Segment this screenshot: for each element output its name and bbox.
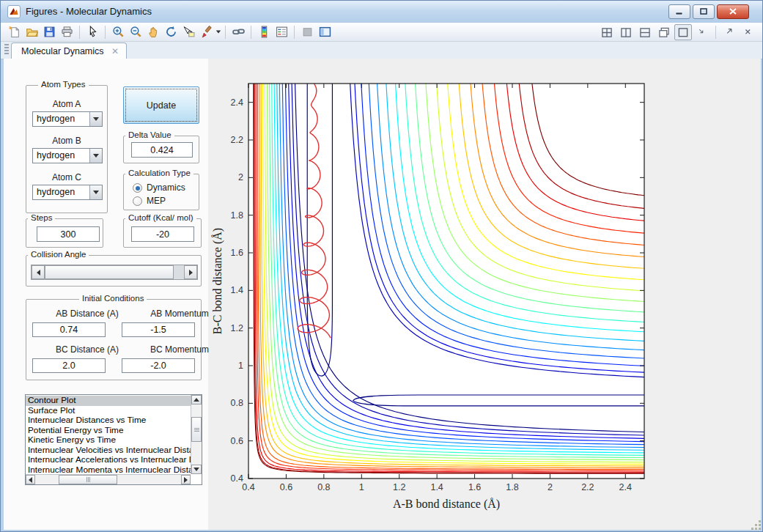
radio-mep[interactable] xyxy=(133,196,142,206)
save-figure-icon[interactable] xyxy=(41,24,57,40)
bc-distance-field[interactable] xyxy=(32,358,106,373)
combobox-dropdown-button[interactable] xyxy=(89,149,102,163)
y-tick-label: 1 xyxy=(238,361,243,371)
content-area: 0.40.40.60.60.80.8111.21.21.41.41.61.61.… xyxy=(4,59,761,530)
list-item[interactable]: Potential Energy vs Time xyxy=(26,426,191,436)
print-figure-icon[interactable] xyxy=(59,24,75,40)
grid-layout-icon[interactable] xyxy=(598,24,616,40)
undock-icon[interactable] xyxy=(720,24,738,40)
new-document-icon[interactable] xyxy=(6,24,22,40)
initial-conditions-label: Initial Conditions xyxy=(79,294,147,303)
list-item[interactable]: Internuclear Distances vs Time xyxy=(26,415,191,426)
restore-button[interactable] xyxy=(693,4,715,19)
steps-field[interactable] xyxy=(37,226,100,242)
y-tick-label: 1.4 xyxy=(231,285,243,295)
zoom-in-icon[interactable] xyxy=(110,24,126,40)
brush-dropdown-icon[interactable] xyxy=(215,24,221,40)
list-item[interactable]: Surface Plot xyxy=(26,406,191,416)
insert-legend-icon[interactable] xyxy=(273,24,290,40)
initial-conditions-group: Initial Conditions AB Distance (A)AB Mom… xyxy=(26,299,202,380)
plottools-on-icon[interactable] xyxy=(317,24,333,40)
y-tick-label: 1.8 xyxy=(231,210,243,221)
atom-b-combobox[interactable]: hydrogen xyxy=(32,148,103,163)
single-window-icon[interactable] xyxy=(674,24,692,40)
y-tick-label: 1.6 xyxy=(231,248,243,258)
split-vertical-icon[interactable] xyxy=(617,24,635,40)
plottools-off-icon[interactable] xyxy=(299,24,315,40)
atom-c-combobox[interactable]: hydrogen xyxy=(32,185,103,200)
atom-types-group: Atom Types Atom AhydrogenAtom BhydrogenA… xyxy=(26,85,108,213)
x-tick-label: 2.2 xyxy=(581,482,594,492)
update-button[interactable]: Update xyxy=(123,86,199,124)
tab-grip-handle[interactable] xyxy=(4,44,9,56)
pointer-icon[interactable] xyxy=(84,24,100,40)
scroll-left-button[interactable] xyxy=(26,475,35,484)
list-item[interactable]: Kinetic Energy vs Time xyxy=(26,435,191,446)
list-horizontal-scrollbar[interactable] xyxy=(26,474,191,484)
rotate-3d-icon[interactable] xyxy=(163,24,179,40)
list-item[interactable]: Internuclear Accelerations vs Internucle… xyxy=(26,455,191,465)
atom-field-label: Atom B xyxy=(26,136,107,146)
zoom-out-icon[interactable] xyxy=(128,24,144,40)
combobox-dropdown-button[interactable] xyxy=(89,185,102,199)
list-item[interactable]: Contour Plot xyxy=(26,396,191,406)
float-windows-icon[interactable] xyxy=(655,24,673,40)
tab-bar: Molecular Dynamics ✕ xyxy=(1,42,762,59)
tab-close-icon[interactable]: ✕ xyxy=(111,47,119,56)
close-button[interactable] xyxy=(717,4,749,19)
vscroll-thumb[interactable] xyxy=(191,417,202,442)
ab-distance-field[interactable] xyxy=(32,322,106,337)
hscroll-thumb[interactable] xyxy=(59,475,117,484)
atom-field-label: Atom C xyxy=(26,172,107,182)
dock-arrow-icon[interactable] xyxy=(693,24,711,40)
atom-a-combobox[interactable]: hydrogen xyxy=(32,111,103,127)
x-tick-label: 2.4 xyxy=(619,482,632,492)
slider-thumb[interactable] xyxy=(45,265,174,279)
radio-dynamics[interactable] xyxy=(133,183,142,193)
steps-group: Steps xyxy=(26,218,103,248)
x-tick-label: 0.6 xyxy=(280,482,292,492)
y-tick-label: 2.2 xyxy=(231,135,243,145)
minimize-button[interactable] xyxy=(668,4,690,19)
list-item[interactable]: Internuclear Velocities vs Internuclear … xyxy=(26,446,191,456)
matlab-logo-icon xyxy=(7,5,21,18)
cutoff-group: Cutoff (Kcal/ mol) xyxy=(123,218,202,248)
bc-momentum-field[interactable] xyxy=(122,358,195,373)
calculation-type-group: Calculation Type DynamicsMEP xyxy=(123,174,199,210)
link-plots-icon[interactable] xyxy=(230,24,246,40)
scroll-up-button[interactable] xyxy=(191,395,202,404)
combobox-dropdown-button[interactable] xyxy=(89,112,102,126)
cutoff-label: Cutoff (Kcal/ mol) xyxy=(125,213,196,222)
tab-molecular-dynamics[interactable]: Molecular Dynamics ✕ xyxy=(11,43,127,59)
x-tick-label: 0.8 xyxy=(317,482,330,492)
resize-grip[interactable] xyxy=(751,520,761,530)
list-vertical-scrollbar[interactable] xyxy=(191,395,202,474)
scroll-down-button[interactable] xyxy=(191,465,202,474)
contour-plot-axes[interactable]: 0.40.40.60.60.80.8111.21.21.41.41.61.61.… xyxy=(208,59,761,532)
pan-icon[interactable] xyxy=(145,24,161,40)
figures-window: Figures - Molecular Dynamics Molecular D… xyxy=(0,0,763,532)
delta-value-field[interactable] xyxy=(131,142,193,158)
combobox-value: hydrogen xyxy=(37,187,75,197)
title-bar[interactable]: Figures - Molecular Dynamics xyxy=(1,1,762,23)
split-horizontal-icon[interactable] xyxy=(636,24,654,40)
slider-left-arrow[interactable] xyxy=(32,265,45,279)
ab-momentum-field[interactable] xyxy=(122,322,195,337)
insert-colorbar-icon[interactable] xyxy=(256,24,272,40)
x-tick-label: 1.6 xyxy=(468,482,481,492)
calculation-type-label: Calculation Type xyxy=(125,169,193,177)
open-file-icon[interactable] xyxy=(23,24,40,40)
toolbar-separator xyxy=(225,26,226,39)
list-item[interactable]: Internuclear Momenta vs Internuclear Dis… xyxy=(26,465,191,476)
x-tick-label: 2 xyxy=(548,482,553,492)
collision-angle-slider[interactable] xyxy=(31,265,198,280)
data-cursor-icon[interactable] xyxy=(180,24,196,40)
combobox-value: hydrogen xyxy=(37,150,75,160)
y-tick-label: 2 xyxy=(238,172,243,182)
cutoff-field[interactable] xyxy=(131,226,194,242)
brush-icon[interactable] xyxy=(198,24,214,40)
scroll-right-button[interactable] xyxy=(181,475,191,484)
slider-right-arrow[interactable] xyxy=(184,265,197,279)
plot-type-listbox[interactable]: Contour PlotSurface PlotInternuclear Dis… xyxy=(25,394,202,485)
close-group-icon[interactable] xyxy=(740,24,757,40)
